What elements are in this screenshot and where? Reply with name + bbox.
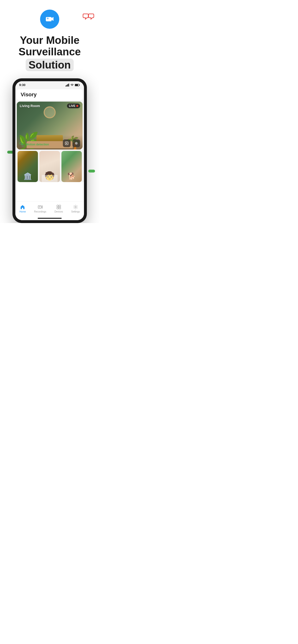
svg-point-2: [48, 18, 48, 19]
phone-bottom: [15, 182, 84, 201]
thumb-courtyard[interactable]: 🏛️: [18, 151, 38, 182]
battery-icon: [75, 84, 80, 86]
thumb-pet[interactable]: 🐕: [61, 151, 82, 182]
tab-devices[interactable]: Devices: [52, 204, 66, 214]
svg-rect-11: [22, 145, 24, 146]
tab-bar: Home Recordings: [15, 201, 84, 217]
live-badge: LIVE: [67, 104, 80, 108]
header-area: Your Mobile Surveillance Solution: [0, 0, 99, 71]
headline-line3: Solution: [26, 59, 74, 71]
svg-point-15: [76, 143, 77, 144]
motion-label: Motion detection: [26, 143, 49, 146]
status-bar: 9:30: [15, 81, 84, 88]
svg-rect-9: [79, 84, 80, 86]
thumbnail-row: 🏛️ 🧒 🐕: [17, 151, 83, 182]
phone-mockup-wrapper: 9:30: [0, 78, 99, 223]
devices-icon: [56, 204, 61, 210]
svg-point-12: [21, 144, 22, 145]
camera-room-label: Living Room: [20, 104, 40, 108]
app-header: Visory: [17, 89, 83, 100]
recordings-icon: [37, 204, 43, 210]
status-time: 9:30: [19, 83, 26, 87]
home-icon: [20, 204, 25, 210]
home-bar: [38, 218, 62, 219]
settings-icon: [73, 204, 78, 210]
tab-home-label: Home: [20, 210, 26, 213]
svg-rect-22: [59, 207, 61, 209]
motion-icon: [19, 142, 25, 147]
tab-recordings-label: Recordings: [34, 210, 46, 213]
live-text: LIVE: [69, 104, 75, 108]
tab-home[interactable]: Home: [17, 204, 29, 214]
tab-settings-label: Settings: [71, 210, 80, 213]
svg-rect-21: [57, 207, 59, 209]
home-indicator: [15, 217, 84, 220]
phone-outer: 9:30: [13, 78, 87, 223]
svg-rect-6: [68, 84, 69, 86]
thumb-child[interactable]: 🧒: [39, 151, 60, 182]
svg-rect-0: [46, 17, 52, 21]
headline-line1: Your Mobile: [20, 34, 80, 46]
svg-rect-3: [66, 86, 66, 86]
green-pill-right: [88, 170, 95, 172]
phone-inner: 9:30: [15, 81, 84, 220]
settings-btn[interactable]: [72, 140, 80, 147]
svg-rect-20: [59, 205, 61, 207]
tab-devices-label: Devices: [54, 210, 63, 213]
playback-btn[interactable]: [63, 140, 71, 147]
svg-point-23: [75, 206, 76, 208]
camera-controls: [63, 140, 80, 147]
headline: Your Mobile Surveillance Solution: [14, 31, 85, 71]
motion-detection-bar: Motion detection: [19, 142, 49, 147]
tab-settings[interactable]: Settings: [68, 204, 83, 214]
svg-rect-19: [57, 205, 59, 207]
signal-icon: [66, 84, 69, 86]
svg-rect-4: [66, 85, 67, 86]
svg-marker-14: [66, 142, 67, 144]
app-icon: [40, 10, 59, 29]
tab-recordings[interactable]: Recordings: [31, 204, 49, 214]
headline-line2: Surveillance: [19, 46, 81, 58]
svg-rect-16: [38, 206, 41, 208]
svg-rect-8: [75, 84, 78, 86]
status-icons: [66, 84, 80, 86]
app-title: Visory: [21, 92, 37, 98]
quotes-decoration: [83, 12, 95, 20]
svg-rect-5: [67, 84, 68, 86]
live-dot: [76, 105, 78, 107]
camera-feed[interactable]: 🌿 🌴 Living Room LIVE: [17, 102, 83, 150]
wifi-icon: [70, 84, 74, 86]
